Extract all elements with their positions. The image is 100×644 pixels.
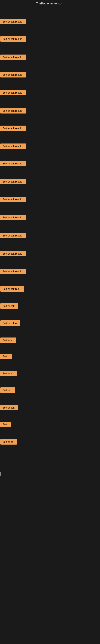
- misc-label-area: ...: [1, 488, 3, 490]
- bottleneck-items-container: Bottleneck resultBottleneck resultBottle…: [0, 8, 100, 644]
- bottleneck-result-24[interactable]: Bott: [0, 422, 11, 427]
- misc-label: ...: [1, 488, 3, 490]
- bottleneck-result-23[interactable]: Bottleneck: [0, 405, 18, 410]
- bottleneck-result-13[interactable]: Bottleneck result: [0, 233, 26, 238]
- bottleneck-result-20[interactable]: Bottl: [0, 354, 12, 359]
- bottleneck-result-12[interactable]: Bottleneck result: [0, 215, 26, 220]
- site-header: TheBottlenecker.com: [0, 0, 100, 8]
- bottleneck-result-22[interactable]: Bottlen: [0, 388, 15, 393]
- cursor-line: [0, 472, 1, 476]
- bottleneck-result-17[interactable]: Bottleneck: [0, 303, 18, 309]
- bottleneck-result-1[interactable]: Bottleneck result: [0, 19, 26, 24]
- bottleneck-result-18[interactable]: Bottleneck re: [0, 320, 20, 326]
- bottleneck-result-21[interactable]: Bottlenec: [0, 371, 17, 376]
- site-title: TheBottlenecker.com: [36, 2, 64, 5]
- bottleneck-result-5[interactable]: Bottleneck result: [0, 90, 26, 96]
- bottleneck-result-4[interactable]: Bottleneck result: [0, 72, 26, 78]
- bottleneck-result-2[interactable]: Bottleneck result: [0, 36, 26, 42]
- bottleneck-result-15[interactable]: Bottleneck result: [0, 269, 26, 274]
- bottleneck-result-11[interactable]: Bottleneck result: [0, 196, 26, 202]
- bottleneck-result-3[interactable]: Bottleneck result: [0, 54, 26, 60]
- bottleneck-result-19[interactable]: Bottlene: [0, 338, 16, 343]
- bottleneck-result-7[interactable]: Bottleneck result: [0, 126, 26, 131]
- bottleneck-result-8[interactable]: Bottleneck result: [0, 144, 26, 149]
- bottleneck-result-14[interactable]: Bottleneck result: [0, 251, 26, 256]
- bottleneck-result-10[interactable]: Bottleneck result: [0, 179, 26, 184]
- bottleneck-result-16[interactable]: Bottleneck res: [0, 286, 24, 292]
- bottleneck-result-6[interactable]: Bottleneck result: [0, 108, 26, 114]
- bottleneck-result-25[interactable]: Bottlenec: [0, 439, 17, 444]
- bottleneck-result-9[interactable]: Bottleneck result: [0, 161, 26, 166]
